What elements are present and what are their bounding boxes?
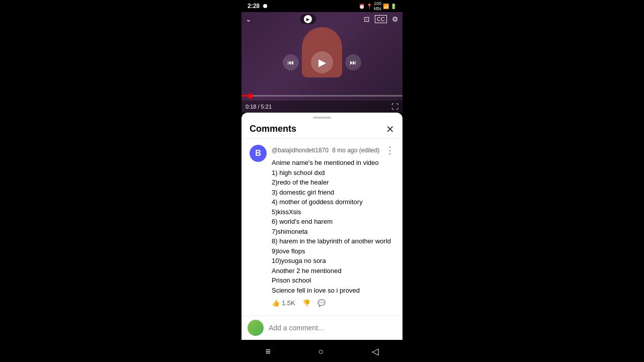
time-elapsed: 0:18 / 5:21 [246, 104, 272, 110]
comment-more-button[interactable]: ⋮ [385, 145, 394, 156]
comment-line-11: 10)yosuga no sora [272, 256, 394, 266]
speed-indicator: 100kBs [374, 1, 381, 11]
comment-line-4: 3) domestic girl friend [272, 188, 394, 198]
reply-button[interactable]: 💬 [317, 299, 326, 307]
chevron-down-icon: ⌄ [246, 15, 252, 23]
play-button[interactable]: ▶ [311, 51, 333, 73]
comment-text: Anime name's he mentioned in video 1) hi… [272, 158, 394, 295]
comments-panel: Comments ✕ B @balajidhondeti1870 8 mo ag… [242, 113, 403, 340]
close-comments-button[interactable]: ✕ [386, 124, 394, 134]
video-top-controls: ⌄ ▶ ⊡ CC ⚙ [242, 12, 403, 26]
comment-line-2: 1) high school dxd [272, 168, 394, 178]
cast-button[interactable]: ⊡ [364, 15, 370, 23]
reply-icon: 💬 [317, 299, 326, 307]
comment-author: @balajidhondeti1870 8 mo ago (edited) [272, 147, 379, 154]
video-action-icons: ⊡ CC ⚙ [364, 15, 398, 23]
play-icon-small: ▶ [304, 15, 312, 23]
home-button[interactable]: ○ [318, 346, 324, 357]
comments-header: Comments ✕ [242, 121, 403, 139]
comment-line-10: 9)love flops [272, 246, 394, 256]
skip-prev-button[interactable]: ⏮ [283, 54, 299, 70]
thumbup-icon: 👍 [272, 299, 280, 307]
status-bar: 2:28 ⏰ 📍 100kBs 📶 🔋 [242, 0, 403, 12]
video-center-controls: ⏮ ▶ ⏭ [283, 51, 361, 73]
like-count: 1.5K [282, 299, 295, 307]
drag-handle[interactable] [313, 117, 331, 119]
fullscreen-button[interactable]: ⛶ [391, 103, 398, 111]
status-time: 2:28 [248, 3, 267, 10]
signal-icon: 📶 [383, 4, 389, 9]
progress-fill [242, 95, 251, 97]
progress-bar[interactable] [242, 95, 403, 97]
comment-line-14: Science fell in love so i proved [272, 286, 394, 296]
play-toggle[interactable]: ▶ [300, 14, 316, 24]
comment-line-9: 8) harem in the labyrinth of another wor… [272, 236, 394, 246]
status-dot [263, 4, 267, 8]
comment-line-1: Anime name's he mentioned in video [272, 158, 394, 168]
back-button[interactable]: ◁ [372, 346, 379, 357]
like-button[interactable]: 👍 1.5K [272, 299, 295, 307]
comments-list: B @balajidhondeti1870 8 mo ago (edited) … [242, 139, 403, 315]
comment-line-12: Another 2 he mentioned [272, 266, 394, 276]
add-comment-bar [242, 315, 403, 340]
battery-icon: 🔋 [390, 4, 396, 9]
collapse-button[interactable]: ⌄ [246, 15, 252, 23]
comment-meta: @balajidhondeti1870 8 mo ago (edited) ⋮ [272, 145, 394, 156]
comment-line-7: 6) world's end harem [272, 217, 394, 227]
comments-title: Comments [250, 124, 296, 134]
nav-bar: ≡ ○ ◁ [242, 340, 403, 362]
hamburger-menu-icon[interactable]: ≡ [265, 346, 271, 357]
comment-body: @balajidhondeti1870 8 mo ago (edited) ⋮ … [272, 145, 394, 307]
video-player[interactable]: ⌄ ▶ ⊡ CC ⚙ ⏮ ▶ ⏭ 0:18 / 5:21 [242, 12, 403, 113]
comment-timestamp: 8 mo ago (edited) [332, 147, 379, 154]
status-icons: ⏰ 📍 100kBs 📶 🔋 [359, 1, 396, 11]
comment-line-13: Prison school [272, 276, 394, 286]
comment-line-6: 5)kissXsis [272, 207, 394, 217]
alarm-icon: ⏰ [359, 4, 365, 9]
skip-next-button[interactable]: ⏭ [345, 54, 361, 70]
dislike-button[interactable]: 👎 [302, 299, 310, 307]
comment-item: B @balajidhondeti1870 8 mo ago (edited) … [250, 145, 394, 307]
user-avatar [248, 320, 264, 336]
comment-line-8: 7)shimoneta [272, 227, 394, 237]
video-bottom-controls: 0:18 / 5:21 ⛶ [242, 101, 403, 113]
comment-line-3: 2)redo of the healer [272, 177, 394, 188]
settings-button[interactable]: ⚙ [392, 15, 398, 23]
thumbdown-icon: 👎 [302, 299, 310, 307]
time-display: 2:28 [248, 3, 260, 10]
comment-input[interactable] [269, 324, 396, 332]
location-icon: 📍 [366, 4, 372, 9]
avatar: B [250, 145, 267, 162]
progress-dot [248, 94, 253, 99]
captions-button[interactable]: CC [375, 15, 387, 23]
comment-actions: 👍 1.5K 👎 💬 [272, 299, 394, 307]
comment-line-5: 4) mother of goddess dormitory [272, 197, 394, 207]
